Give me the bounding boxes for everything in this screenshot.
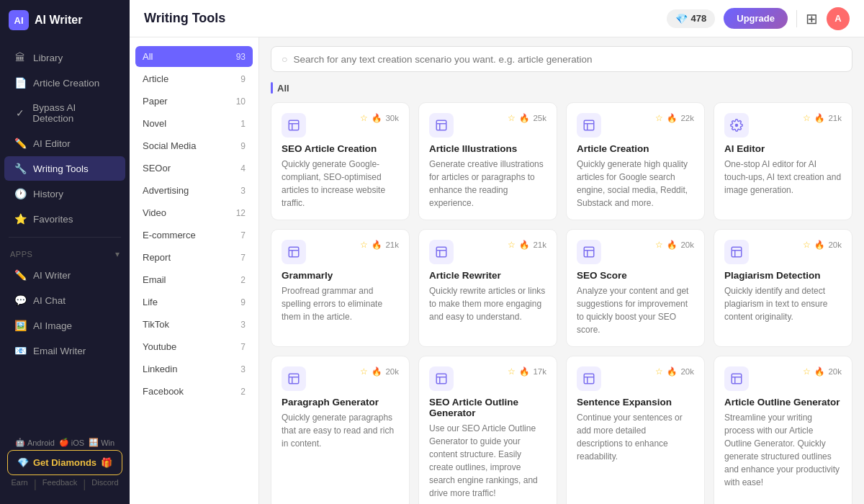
svg-rect-19 [732, 247, 742, 257]
svg-point-9 [735, 124, 739, 127]
filter-count: 7 [240, 253, 246, 263]
filter-item-article[interactable]: Article9 [135, 68, 253, 89]
filter-item-seoor[interactable]: SEOor4 [135, 158, 253, 179]
filter-item-report[interactable]: Report7 [135, 247, 253, 268]
filter-item-linkedin[interactable]: Linkedin3 [135, 359, 253, 379]
get-diamonds-button[interactable]: 💎 Get Diamonds 🎁 [7, 450, 122, 475]
sidebar-item-bypass-detection[interactable]: ✓ Bypass AI Detection [4, 96, 125, 130]
svg-rect-28 [584, 374, 594, 384]
sidebar-item-ai-writer[interactable]: ✏️ AI Writer [4, 263, 125, 287]
filter-label: Social Media [143, 140, 196, 151]
filter-count: 3 [240, 320, 246, 330]
ai-image-icon: 🖼️ [14, 320, 26, 331]
sidebar: AI AI Writer 🏛 Library 📄 Article Creatio… [0, 0, 130, 504]
sidebar-item-email-writer[interactable]: 📧 Email Writer [4, 338, 125, 363]
filter-item-tiktok[interactable]: TikTok3 [135, 314, 253, 335]
fire-icon: 🔥 [519, 240, 529, 250]
sidebar-item-ai-image[interactable]: 🖼️ AI Image [4, 313, 125, 338]
grid-icon[interactable]: ⊞ [806, 10, 818, 27]
filter-item-video[interactable]: Video12 [135, 202, 253, 223]
filter-item-social-media[interactable]: Social Media9 [135, 135, 253, 156]
platform-links: 🤖 Android 🍎 iOS 🪟 Win [7, 433, 122, 450]
earn-link[interactable]: Earn [11, 478, 27, 491]
tool-card[interactable]: ☆ 🔥 20k SEO Score Analyze your content a… [566, 229, 705, 347]
tool-card[interactable]: ☆ 🔥 20k Sentence Expansion Continue your… [566, 356, 705, 504]
filter-item-life[interactable]: Life9 [135, 292, 253, 312]
star-icon[interactable]: ☆ [508, 240, 516, 250]
star-icon[interactable]: ☆ [360, 366, 368, 377]
tool-card[interactable]: ☆ 🔥 21k Article Rewriter Quickly rewrite… [418, 229, 557, 347]
tool-card[interactable]: ☆ 🔥 21k Grammarly Proofread grammar and … [271, 229, 410, 347]
card-icon [282, 113, 306, 138]
star-icon[interactable]: ☆ [655, 366, 663, 377]
sidebar-item-label: Email Writer [33, 346, 86, 356]
writing-tools-icon: 🔧 [14, 163, 26, 174]
filter-panel: All93Article9Paper10Novel1Social Media9S… [130, 37, 259, 504]
filter-item-facebook[interactable]: Facebook2 [135, 381, 253, 402]
sidebar-item-label: History [33, 189, 63, 199]
filter-label: Youtube [143, 341, 176, 352]
tool-card[interactable]: ☆ 🔥 20k Article Outline Generator Stream… [714, 356, 852, 504]
tool-card[interactable]: ☆ 🔥 17k SEO Article Outline Generator Us… [418, 356, 557, 504]
app-logo[interactable]: AI AI Writer [0, 0, 130, 40]
card-title: Article Creation [577, 143, 694, 154]
star-icon[interactable]: ☆ [803, 366, 811, 377]
filter-item-email[interactable]: Email2 [135, 269, 253, 290]
sidebar-item-ai-chat[interactable]: 💬 AI Chat [4, 288, 125, 312]
ai-chat-icon: 💬 [14, 294, 26, 306]
ios-link[interactable]: 🍎 iOS [59, 438, 84, 447]
star-icon[interactable]: ☆ [508, 113, 516, 123]
card-meta: ☆ 🔥 20k [803, 366, 842, 377]
star-icon[interactable]: ☆ [360, 240, 368, 250]
card-title: SEO Article Creation [282, 143, 399, 154]
upgrade-button[interactable]: Upgrade [724, 8, 788, 29]
filter-item-e-commerce[interactable]: E-commerce7 [135, 225, 253, 246]
filter-item-paper[interactable]: Paper10 [135, 91, 253, 112]
sidebar-item-favorites[interactable]: ⭐ Favorites [4, 207, 125, 231]
filter-item-novel[interactable]: Novel1 [135, 113, 253, 134]
card-icon [429, 366, 454, 391]
content-area: All93Article9Paper10Novel1Social Media9S… [130, 37, 864, 504]
star-icon[interactable]: ☆ [655, 240, 663, 250]
star-icon[interactable]: ☆ [803, 113, 811, 123]
email-writer-icon: 📧 [14, 345, 26, 356]
sidebar-item-ai-editor[interactable]: ✏️ AI Editor [4, 131, 125, 156]
tool-card[interactable]: ☆ 🔥 22k Article Creation Quickly generat… [566, 102, 705, 220]
tool-card[interactable]: ☆ 🔥 25k Article Illustrations Generate c… [418, 102, 557, 220]
filter-label: SEOor [143, 163, 171, 174]
card-title: Grammarly [282, 270, 399, 281]
star-icon[interactable]: ☆ [803, 240, 811, 250]
feedback-link[interactable]: Feedback [42, 478, 77, 491]
star-icon[interactable]: ☆ [508, 366, 516, 377]
sidebar-item-library[interactable]: 🏛 Library [4, 45, 125, 70]
tool-card[interactable]: ☆ 🔥 20k Plagiarism Detection Quickly ide… [714, 229, 852, 347]
filter-item-advertising[interactable]: Advertising3 [135, 180, 253, 201]
sidebar-item-history[interactable]: 🕐 History [4, 181, 125, 206]
win-link[interactable]: 🪟 Win [89, 438, 114, 447]
fire-icon: 🔥 [814, 240, 824, 250]
tool-card[interactable]: ☆ 🔥 20k Paragraph Generator Quickly gene… [271, 356, 410, 504]
sidebar-item-writing-tools[interactable]: 🔧 Writing Tools [4, 156, 125, 181]
tool-card[interactable]: ☆ 🔥 21k AI Editor One-stop AI editor for… [714, 102, 852, 220]
star-icon[interactable]: ☆ [360, 113, 368, 123]
fire-icon: 🔥 [372, 366, 382, 377]
diamonds-badge[interactable]: 💎 478 [667, 9, 716, 28]
card-count: 20k [828, 240, 842, 249]
card-title: Article Illustrations [429, 143, 546, 154]
discord-link[interactable]: Discord [91, 478, 118, 491]
filter-item-youtube[interactable]: Youtube7 [135, 336, 253, 357]
filter-label: Linkedin [143, 364, 177, 374]
sidebar-item-label: Library [33, 53, 63, 63]
tool-card[interactable]: ☆ 🔥 30k SEO Article Creation Quickly gen… [271, 102, 410, 220]
filter-item-all[interactable]: All93 [135, 46, 253, 67]
sidebar-item-article-creation[interactable]: 📄 Article Creation [4, 71, 125, 95]
card-description: Quickly generate Google-compliant, SEO-o… [282, 158, 399, 210]
avatar[interactable]: A [827, 7, 850, 30]
card-description: Quickly generate high quality articles f… [577, 158, 694, 210]
android-link[interactable]: 🤖 Android [15, 438, 55, 447]
filter-count: 10 [236, 96, 246, 107]
svg-rect-6 [584, 120, 594, 130]
search-input[interactable] [293, 54, 842, 65]
star-icon[interactable]: ☆ [655, 113, 663, 123]
cards-grid: ☆ 🔥 30k SEO Article Creation Quickly gen… [271, 102, 852, 504]
